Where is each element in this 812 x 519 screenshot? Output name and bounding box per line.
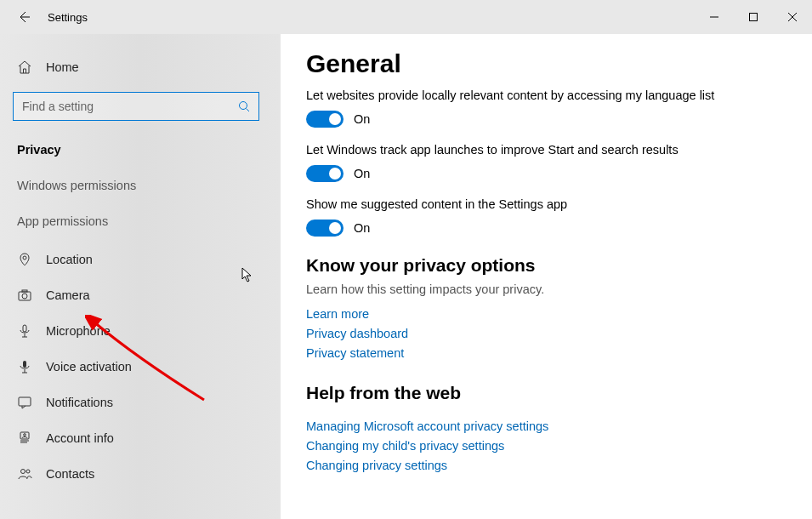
nav-contacts-label: Contacts [46, 467, 94, 481]
camera-icon [17, 288, 32, 303]
svg-point-4 [240, 102, 247, 110]
setting-label-1: Let Windows track app launches to improv… [306, 143, 731, 157]
maximize-button[interactable] [734, 0, 773, 34]
minimize-button[interactable] [695, 0, 734, 34]
main-content: General Let websites provide locally rel… [281, 34, 812, 519]
toggle-state-1: On [354, 167, 370, 180]
microphone-icon [17, 323, 32, 339]
nav-contacts[interactable]: Contacts [13, 456, 268, 492]
help-heading: Help from the web [306, 383, 786, 403]
voice-icon [17, 359, 32, 374]
search-input[interactable] [22, 100, 238, 113]
search-box[interactable] [13, 92, 259, 121]
toggle-suggested-content[interactable] [306, 220, 344, 237]
nav-location[interactable]: Location [13, 242, 268, 277]
link-help-2[interactable]: Changing privacy settings [306, 456, 786, 476]
window-title: Settings [48, 11, 88, 24]
svg-line-5 [247, 109, 250, 112]
link-help-0[interactable]: Managing Microsoft account privacy setti… [306, 417, 786, 436]
location-icon [17, 252, 32, 267]
toggle-row-0: On [306, 111, 786, 128]
nav-home-label: Home [46, 60, 79, 74]
titlebar-left: Settings [0, 10, 88, 24]
link-learn-more[interactable]: Learn more [306, 305, 786, 324]
privacy-options-heading: Know your privacy options [306, 255, 786, 276]
nav-home[interactable]: Home [13, 49, 268, 85]
section-app-permissions: App permissions [13, 206, 268, 242]
privacy-subtext: Learn how this setting impacts your priv… [306, 282, 786, 296]
contacts-icon [17, 466, 32, 482]
svg-rect-12 [19, 397, 31, 406]
nav-location-label: Location [46, 253, 93, 266]
svg-point-17 [21, 470, 26, 474]
nav-notifications[interactable]: Notifications [13, 385, 268, 420]
svg-point-6 [23, 256, 26, 260]
window-controls [695, 0, 812, 34]
account-icon [17, 431, 32, 446]
toggle-row-2: On [306, 220, 786, 237]
titlebar: Settings [0, 0, 812, 34]
nav-camera[interactable]: Camera [13, 277, 268, 313]
svg-point-8 [22, 294, 27, 299]
toggle-language-list[interactable] [306, 111, 344, 128]
svg-point-18 [26, 470, 30, 473]
setting-label-0: Let websites provide locally relevant co… [306, 88, 731, 102]
toggle-track-launches[interactable] [306, 165, 344, 182]
back-button[interactable] [17, 10, 31, 24]
link-privacy-statement[interactable]: Privacy statement [306, 344, 786, 363]
home-icon [17, 60, 32, 75]
nav-microphone[interactable]: Microphone [13, 313, 268, 349]
nav-account-label: Account info [46, 431, 114, 445]
nav-voice-activation[interactable]: Voice activation [13, 349, 268, 385]
svg-rect-9 [22, 290, 27, 292]
link-privacy-dashboard[interactable]: Privacy dashboard [306, 324, 786, 344]
svg-rect-10 [23, 325, 26, 332]
toggle-state-2: On [354, 221, 370, 235]
notifications-icon [17, 395, 32, 410]
svg-rect-1 [750, 14, 758, 21]
sidebar: Home Privacy Windows permissions App per… [0, 34, 281, 519]
page-title: General [306, 49, 786, 78]
setting-label-2: Show me suggested content in the Setting… [306, 197, 731, 211]
nav-camera-label: Camera [46, 288, 90, 302]
svg-rect-11 [23, 361, 26, 368]
svg-point-14 [24, 434, 26, 436]
container: Home Privacy Windows permissions App per… [0, 34, 812, 519]
nav-voice-label: Voice activation [46, 360, 132, 374]
nav-notifications-label: Notifications [46, 396, 113, 409]
search-icon [238, 100, 250, 112]
nav-account-info[interactable]: Account info [13, 420, 268, 456]
toggle-row-1: On [306, 165, 786, 182]
link-help-1[interactable]: Changing my child's privacy settings [306, 436, 786, 456]
toggle-state-0: On [354, 112, 370, 126]
close-button[interactable] [773, 0, 812, 34]
category-label: Privacy [13, 136, 268, 170]
section-windows-permissions[interactable]: Windows permissions [13, 170, 268, 206]
nav-microphone-label: Microphone [46, 324, 111, 338]
